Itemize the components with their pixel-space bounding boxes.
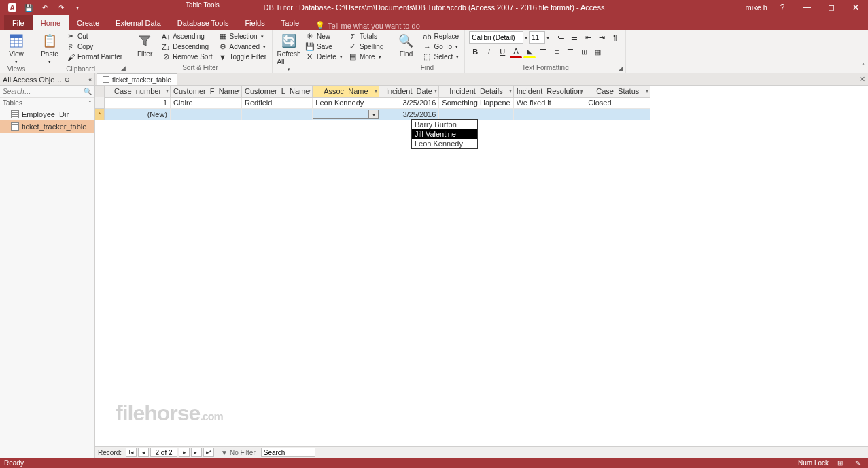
tab-home[interactable]: Home xyxy=(33,15,69,30)
column-header[interactable]: Incident_Resolution▾ xyxy=(513,86,585,97)
row-selector[interactable] xyxy=(95,97,104,109)
cell[interactable]: 3/25/2016 xyxy=(379,109,439,120)
user-name[interactable]: mike h xyxy=(746,3,767,12)
chevron-down-icon[interactable]: ▾ xyxy=(546,35,549,41)
column-filter-icon[interactable]: ▾ xyxy=(237,88,240,94)
filter-indicator[interactable]: ▼ No Filter xyxy=(221,449,256,456)
text-formatting-launcher-icon[interactable]: ◢ xyxy=(619,65,623,71)
remove-sort-button[interactable]: ⊘Remove Sort xyxy=(160,52,213,62)
next-record-button[interactable]: ▸ xyxy=(179,448,190,457)
new-record-row[interactable]: (New)▾3/25/2016 xyxy=(105,109,650,120)
tell-me-search[interactable]: 💡 Tell me what you want to do xyxy=(315,21,420,30)
tab-fields[interactable]: Fields xyxy=(237,15,273,30)
nav-item-ticket-tracker[interactable]: ticket_tracker_table xyxy=(0,120,94,133)
nav-item-employee-dir[interactable]: Employee_Dir xyxy=(0,108,94,120)
nav-section-tables[interactable]: Tables ˄ xyxy=(0,98,94,108)
cell[interactable]: 1 xyxy=(105,97,171,109)
dropdown-option[interactable]: Jill Valentine xyxy=(412,129,477,139)
delete-button[interactable]: ✕Delete▾ xyxy=(304,52,344,62)
alternate-row-color-icon[interactable]: ▦ xyxy=(591,46,604,58)
clipboard-launcher-icon[interactable]: ◢ xyxy=(121,65,126,71)
select-button[interactable]: ⬚Select▾ xyxy=(421,52,460,62)
column-header[interactable]: Case_Status▾ xyxy=(585,86,650,97)
first-record-button[interactable]: I◂ xyxy=(126,448,137,457)
column-header[interactable]: Case_number▾ xyxy=(105,86,171,97)
undo-icon[interactable]: ↶ xyxy=(38,1,52,14)
select-all-cell[interactable] xyxy=(95,86,104,97)
indent-increase-icon[interactable]: ⇥ xyxy=(595,31,608,44)
nav-search[interactable]: 🔍 xyxy=(0,86,94,98)
selection-button[interactable]: ▦Selection▾ xyxy=(217,31,268,41)
toggle-filter-button[interactable]: ▼Toggle Filter xyxy=(217,52,268,62)
refresh-all-button[interactable]: 🔄 Refresh All ▾ xyxy=(277,31,301,72)
column-header[interactable]: Incident_Details▾ xyxy=(439,86,513,97)
find-button[interactable]: 🔍 Find xyxy=(394,31,418,58)
cell[interactable]: (New) xyxy=(105,109,171,120)
column-header[interactable]: Customer_F_Name▾ xyxy=(171,86,242,97)
new-button[interactable]: ✳New xyxy=(304,31,344,41)
cell[interactable]: Redfield xyxy=(241,97,312,109)
close-button[interactable]: ✕ xyxy=(846,0,865,15)
column-filter-icon[interactable]: ▾ xyxy=(375,88,377,94)
text-direction-icon[interactable]: ¶ xyxy=(609,31,621,44)
column-filter-icon[interactable]: ▾ xyxy=(434,88,437,94)
column-filter-icon[interactable]: ▾ xyxy=(646,88,648,94)
align-right-icon[interactable]: ☰ xyxy=(564,46,576,58)
nav-search-input[interactable] xyxy=(3,88,84,95)
ascending-button[interactable]: A↓Ascending xyxy=(160,31,213,41)
align-center-icon[interactable]: ≡ xyxy=(551,46,563,58)
column-header[interactable]: Customer_L_Name▾ xyxy=(241,86,312,97)
italic-button[interactable]: I xyxy=(483,46,495,58)
cell[interactable] xyxy=(513,109,585,120)
underline-button[interactable]: U xyxy=(496,46,508,58)
cell[interactable]: Something Happene xyxy=(439,97,513,109)
spelling-button[interactable]: ✓Spelling xyxy=(347,41,385,52)
prev-record-button[interactable]: ◂ xyxy=(138,448,149,457)
maximize-button[interactable]: ◻ xyxy=(822,0,841,15)
column-filter-icon[interactable]: ▾ xyxy=(580,88,583,94)
nav-header[interactable]: All Access Obje… ⊙ « xyxy=(0,73,94,86)
format-painter-button[interactable]: 🖌Format Painter xyxy=(65,52,124,62)
cell[interactable] xyxy=(171,109,242,120)
cell[interactable]: Leon Kennedy xyxy=(313,97,379,109)
cell[interactable]: We fixed it xyxy=(513,97,585,109)
align-left-icon[interactable]: ☰ xyxy=(537,46,549,58)
font-name-input[interactable] xyxy=(469,31,523,44)
help-button[interactable]: ? xyxy=(773,0,792,15)
column-filter-icon[interactable]: ▾ xyxy=(308,88,311,94)
copy-button[interactable]: ⎘Copy xyxy=(65,41,124,52)
last-record-button[interactable]: ▸I xyxy=(191,448,202,457)
gridlines-icon[interactable]: ⊞ xyxy=(578,46,590,58)
goto-button[interactable]: →Go To▾ xyxy=(421,41,460,52)
design-view-button[interactable]: ✎ xyxy=(852,458,864,467)
new-row-selector[interactable]: * xyxy=(95,109,104,120)
font-size-input[interactable] xyxy=(529,31,545,44)
indent-decrease-icon[interactable]: ⇤ xyxy=(582,31,594,44)
tab-create[interactable]: Create xyxy=(69,15,107,30)
cell[interactable] xyxy=(439,109,513,120)
numbering-icon[interactable]: ☰ xyxy=(568,31,580,44)
replace-button[interactable]: abReplace xyxy=(421,31,460,41)
advanced-button[interactable]: ⚙Advanced▾ xyxy=(217,41,268,52)
descending-button[interactable]: Z↓Descending xyxy=(160,41,213,52)
paste-button[interactable]: 📋 Paste ▾ xyxy=(37,31,62,65)
dropdown-button-icon[interactable]: ▾ xyxy=(368,110,378,118)
dropdown-option[interactable]: Leon Kennedy xyxy=(412,139,477,148)
minimize-button[interactable]: — xyxy=(797,0,816,15)
bullets-icon[interactable]: ≔ xyxy=(555,31,567,44)
cell[interactable] xyxy=(241,109,312,120)
record-position-input[interactable] xyxy=(150,448,177,457)
redo-icon[interactable]: ↷ xyxy=(54,1,68,14)
save-button[interactable]: 💾Save xyxy=(304,41,344,52)
document-tab-ticket-tracker[interactable]: ticket_tracker_table xyxy=(97,73,177,85)
cell[interactable]: Claire xyxy=(171,97,242,109)
column-header[interactable]: Assoc_Name▾ xyxy=(313,86,379,97)
cut-button[interactable]: ✂Cut xyxy=(65,31,124,41)
column-filter-icon[interactable]: ▾ xyxy=(166,88,169,94)
cell[interactable]: Closed xyxy=(585,97,650,109)
column-header[interactable]: Incident_Date▾ xyxy=(379,86,439,97)
collapse-nav-icon[interactable]: « xyxy=(88,76,92,83)
collapse-ribbon-icon[interactable]: ˄ xyxy=(861,63,865,72)
more-button[interactable]: ▤More▾ xyxy=(347,52,385,62)
bold-button[interactable]: B xyxy=(469,46,481,58)
